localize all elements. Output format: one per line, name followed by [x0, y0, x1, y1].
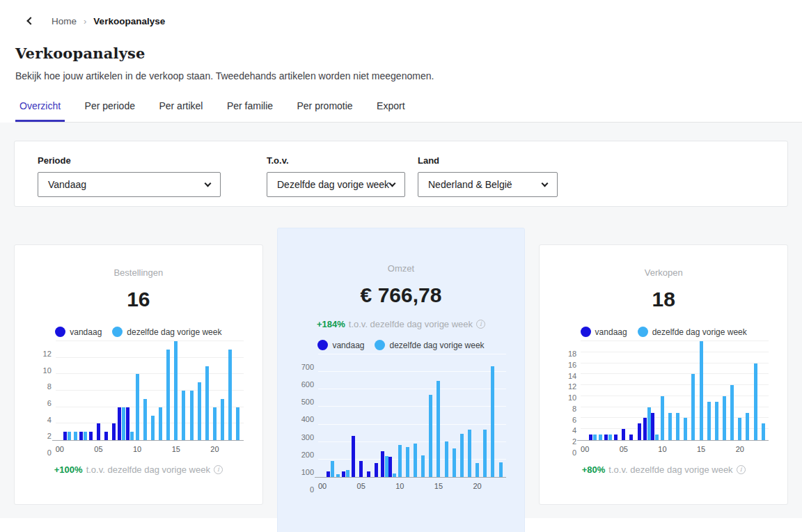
y-tick-label: 12 [31, 350, 52, 358]
card-value: 18 [540, 287, 787, 312]
filter-label-periode: Periode [38, 155, 221, 166]
bar-vorige_week [723, 396, 726, 440]
periode-select-value: Vandaag [48, 179, 86, 190]
bar-vandaag [352, 436, 355, 477]
tov-select-value: Dezelfde dag vorige week [277, 179, 389, 190]
bar-vandaag [629, 435, 633, 440]
back-icon[interactable] [25, 15, 36, 26]
tab-export[interactable]: Export [372, 100, 409, 122]
gridline [581, 352, 769, 352]
bar-vorige_week [236, 407, 239, 440]
x-tick-label: 20 [210, 445, 219, 453]
bar-vandaag [638, 423, 641, 440]
bar-chart-verkopen: 0246810121416180005101520 [558, 342, 769, 453]
y-tick-label: 8 [556, 405, 576, 413]
bar-vorige_week [221, 399, 224, 440]
kpi-cards-row: Bestellingen16vandaagdezelfde dag vorige… [14, 228, 788, 532]
bar-vandaag [327, 471, 330, 477]
y-tick-label: 10 [556, 393, 576, 402]
y-tick-label: 100 [293, 468, 314, 476]
info-icon[interactable]: i [214, 465, 223, 474]
bar-vorige_week [676, 413, 679, 440]
tab-per-artikel[interactable]: Per artikel [155, 100, 207, 122]
bar-vorige_week [762, 423, 765, 440]
legend-dot-vandaag [581, 327, 591, 337]
y-tick-label: 300 [293, 433, 314, 441]
bar-vandaag [118, 407, 121, 440]
y-tick-label: 0 [293, 485, 314, 494]
info-icon[interactable]: i [737, 465, 746, 474]
tab-overzicht[interactable]: Overzicht [15, 100, 65, 122]
filter-group-land: Land Nederland & België [418, 155, 558, 206]
kpi-card-omzet: Omzet€ 766,78+184%t.o.v. dezelfde dag vo… [277, 228, 526, 532]
y-tick-label: 10 [31, 366, 52, 375]
y-tick-label: 0 [31, 448, 52, 457]
gridline [318, 389, 506, 389]
legend-dot-vandaag [317, 340, 328, 350]
gridline [318, 441, 506, 442]
breadcrumb: Home › Verkoopanalyse [0, 0, 802, 26]
tab-per-familie[interactable]: Per familie [223, 100, 277, 122]
kpi-card-verkopen: Verkopen18vandaagdezelfde dag vorige wee… [539, 244, 788, 505]
breadcrumb-current: Verkoopanalyse [93, 16, 165, 26]
bar-vorige_week [74, 432, 77, 440]
legend-label: vandaag [70, 327, 102, 337]
tab-per-periode[interactable]: Per periode [81, 100, 139, 122]
bar-vandaag [342, 471, 345, 477]
bar-vorige_week [346, 470, 349, 477]
bar-vorige_week [406, 447, 409, 477]
bar-vorige_week [491, 366, 494, 477]
bar-vorige_week [228, 350, 232, 440]
bar-vorige_week [429, 395, 432, 477]
bar-vorige_week [738, 418, 741, 440]
bar-vorige_week [336, 474, 340, 477]
gridline [318, 406, 506, 407]
legend-label: vandaag [332, 341, 364, 350]
x-tick-label: 10 [658, 445, 666, 453]
y-tick-label: 4 [31, 416, 52, 424]
bar-vandaag [643, 418, 647, 440]
gridline [581, 341, 769, 341]
bar-vorige_week [213, 407, 217, 440]
delta-row: +80%t.o.v. dezelfde dag vorige weeki [540, 464, 787, 475]
delta-percentage: +184% [317, 319, 345, 329]
legend-label: dezelfde dag vorige week [652, 327, 747, 337]
card-title: Bestellingen [15, 267, 262, 278]
info-icon[interactable]: i [476, 320, 485, 329]
bar-vandaag [622, 429, 625, 440]
x-tick-label: 15 [697, 445, 705, 453]
x-tick-label: 10 [133, 445, 141, 453]
bar-vorige_week [393, 474, 396, 477]
bar-vorige_week [655, 435, 659, 440]
chart-legend: vandaagdezelfde dag vorige week [15, 327, 262, 337]
tab-bar: Overzicht Per periode Per artikel Per fa… [15, 100, 802, 123]
land-select[interactable]: Nederland & België [418, 172, 558, 197]
y-tick-label: 6 [31, 399, 52, 407]
periode-select[interactable]: Vandaag [38, 172, 221, 197]
x-tick-label: 00 [56, 445, 64, 453]
plot-area [318, 355, 506, 478]
y-tick-label: 2 [556, 437, 576, 446]
bar-vorige_week [668, 413, 672, 440]
y-tick-label: 400 [293, 415, 314, 423]
breadcrumb-home-link[interactable]: Home [52, 16, 77, 26]
bar-vorige_week [205, 366, 209, 441]
bar-vandaag [375, 463, 378, 477]
page-title: Verkoopanalyse [15, 45, 802, 62]
bar-vandaag [614, 435, 618, 440]
gridline [318, 371, 506, 372]
bar-vorige_week [190, 391, 194, 440]
card-value: € 766,78 [278, 283, 525, 308]
bar-vorige_week [700, 341, 703, 440]
bar-vandaag [112, 423, 116, 440]
plot-area [581, 342, 769, 441]
bar-chart-omzet: 01002003004005006007000005101520 [296, 355, 506, 490]
x-tick-label: 20 [736, 445, 744, 453]
x-tick-label: 05 [620, 445, 628, 453]
tab-per-promotie[interactable]: Per promotie [293, 100, 357, 122]
bar-vorige_week [746, 413, 749, 440]
tov-select[interactable]: Dezelfde dag vorige week [267, 172, 405, 197]
y-tick-label: 6 [556, 416, 576, 424]
bar-vorige_week [499, 462, 503, 477]
bar-vandaag [126, 407, 129, 440]
